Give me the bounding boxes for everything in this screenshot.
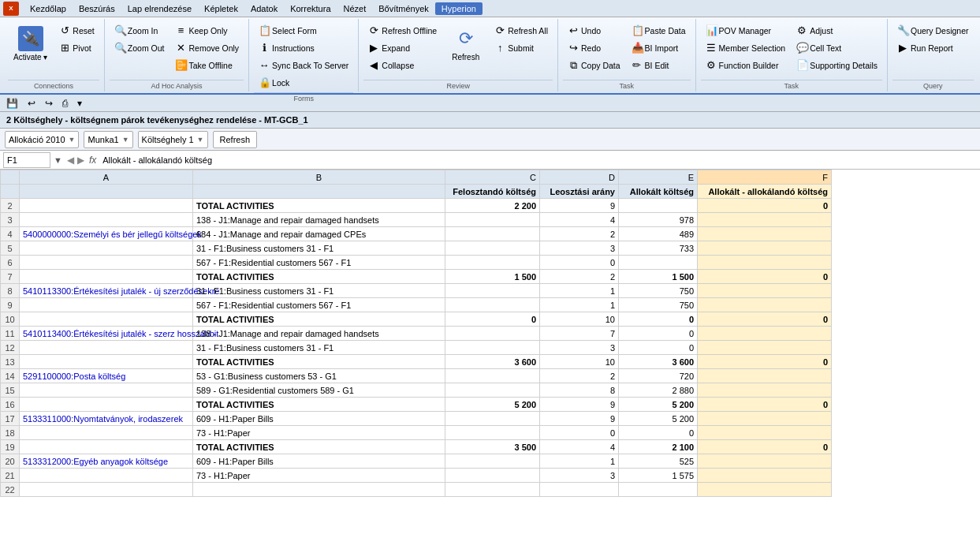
cell-C8[interactable] [445, 284, 540, 298]
cell-C12[interactable] [445, 341, 540, 355]
cell-B22[interactable] [193, 483, 445, 497]
cell-B21[interactable]: 73 - H1:Paper [193, 469, 445, 483]
cell-C1[interactable]: Felosztandó költség [445, 185, 540, 199]
cell-B4[interactable]: 684 - J1:Manage and repair damaged CPEs [193, 227, 445, 241]
cell-F18[interactable] [698, 426, 832, 440]
cell-B8[interactable]: 31 - F1:Business customers 31 - F1 [193, 284, 445, 298]
lock-button[interactable]: 🔒 Lock [254, 74, 353, 91]
cell-D15[interactable]: 8 [540, 383, 619, 398]
col-header-B[interactable]: B [193, 170, 445, 185]
cell-D14[interactable]: 2 [540, 369, 619, 383]
cell-E1[interactable]: Allokált költség [619, 185, 698, 199]
cell-D13[interactable]: 10 [540, 355, 619, 369]
cell-E21[interactable]: 1 575 [619, 469, 698, 483]
cell-B15[interactable]: 589 - G1:Residential customers 589 - G1 [193, 383, 445, 398]
pov-manager-button[interactable]: 📊 POV Manager [701, 22, 791, 39]
cell-A5[interactable] [20, 241, 193, 256]
cell-E8[interactable]: 750 [619, 284, 698, 298]
formula-input[interactable] [99, 155, 977, 165]
cell-A1[interactable] [20, 185, 193, 199]
cell-D22[interactable] [540, 483, 619, 497]
menu-item-hyperion[interactable]: Hyperion [435, 2, 483, 15]
cell-E5[interactable]: 733 [619, 241, 698, 256]
cell-A17[interactable]: 5133311000:Nyomtatványok, irodaszerek [20, 412, 193, 426]
cell-A8[interactable]: 5410113300:Értékesítési jutalék - új sze… [20, 284, 193, 298]
cell-C17[interactable] [445, 412, 540, 426]
activate-button[interactable]: 🔌 Activate ▾ [8, 22, 53, 65]
cell-D17[interactable]: 9 [540, 412, 619, 426]
cell-E12[interactable]: 0 [619, 341, 698, 355]
adjust-button[interactable]: ⚙ Adjust [792, 22, 882, 39]
cell-F1[interactable]: Allokált - allokálandó költség [698, 185, 832, 199]
run-report-button[interactable]: ▶ Run Report [892, 39, 974, 56]
cell-A9[interactable] [20, 298, 193, 312]
cell-A3[interactable] [20, 213, 193, 227]
cell-E14[interactable]: 720 [619, 369, 698, 383]
cell-C18[interactable] [445, 426, 540, 440]
cell-A22[interactable] [20, 483, 193, 497]
param-dropdown-3[interactable]: Költséghely 1 ▼ [138, 131, 208, 148]
cell-F3[interactable] [698, 213, 832, 227]
cell-C21[interactable] [445, 469, 540, 483]
cell-E10[interactable]: 0 [619, 312, 698, 327]
cell-A20[interactable]: 5133312000:Egyéb anyagok költsége [20, 454, 193, 469]
col-header-C[interactable]: C [445, 170, 540, 185]
cell-B19[interactable]: TOTAL ACTIVITIES [193, 440, 445, 454]
pivot-button[interactable]: ⊞ Pivot [54, 39, 99, 56]
cell-E6[interactable] [619, 256, 698, 270]
cell-F21[interactable] [698, 469, 832, 483]
cell-B14[interactable]: 53 - G1:Business customers 53 - G1 [193, 369, 445, 383]
cell-C7[interactable]: 1 500 [445, 270, 540, 284]
cell-B1[interactable] [193, 185, 445, 199]
cell-F16[interactable]: 0 [698, 398, 832, 412]
cell-F19[interactable]: 0 [698, 440, 832, 454]
qt-undo-button[interactable]: ↩ [24, 96, 39, 110]
cell-D3[interactable]: 4 [540, 213, 619, 227]
cell-F15[interactable] [698, 383, 832, 398]
copy-data-button[interactable]: ⧉ Copy Data [563, 57, 625, 74]
cell-text-button[interactable]: 💬 Cell Text [792, 39, 882, 56]
cell-B17[interactable]: 609 - H1:Paper Bills [193, 412, 445, 426]
cell-D19[interactable]: 4 [540, 440, 619, 454]
cell-C22[interactable] [445, 483, 540, 497]
cell-E22[interactable] [619, 483, 698, 497]
cell-E9[interactable]: 750 [619, 298, 698, 312]
cell-F2[interactable]: 0 [698, 199, 832, 213]
undo-button[interactable]: ↩ Undo [563, 22, 625, 39]
cell-A19[interactable] [20, 440, 193, 454]
cell-E3[interactable]: 978 [619, 213, 698, 227]
menu-item-adatok[interactable]: Adatok [244, 2, 284, 15]
cell-A12[interactable] [20, 341, 193, 355]
row-num[interactable] [1, 185, 20, 199]
cell-E2[interactable] [619, 199, 698, 213]
cell-F17[interactable] [698, 412, 832, 426]
cell-B10[interactable]: TOTAL ACTIVITIES [193, 312, 445, 327]
take-offline-button[interactable]: 📴 Take Offline [170, 57, 244, 73]
cell-E15[interactable]: 2 880 [619, 383, 698, 398]
cell-B11[interactable]: 138 - J1:Manage and repair damaged hands… [193, 327, 445, 341]
cell-E11[interactable]: 0 [619, 327, 698, 341]
cell-C20[interactable] [445, 454, 540, 469]
cell-D20[interactable]: 1 [540, 454, 619, 469]
qt-save-button[interactable]: 💾 [3, 96, 21, 110]
cell-C14[interactable] [445, 369, 540, 383]
cell-F10[interactable]: 0 [698, 312, 832, 327]
paste-data-button[interactable]: 📋 Paste Data [627, 22, 691, 39]
col-header-E[interactable]: E [619, 170, 698, 185]
cell-B18[interactable]: 73 - H1:Paper [193, 426, 445, 440]
cell-F9[interactable] [698, 298, 832, 312]
cell-F14[interactable] [698, 369, 832, 383]
cell-B20[interactable]: 609 - H1:Paper Bills [193, 454, 445, 469]
cell-A10[interactable] [20, 312, 193, 327]
cell-B5[interactable]: 31 - F1:Business customers 31 - F1 [193, 241, 445, 256]
cell-D8[interactable]: 1 [540, 284, 619, 298]
cell-D7[interactable]: 2 [540, 270, 619, 284]
cell-B9[interactable]: 567 - F1:Residential customers 567 - F1 [193, 298, 445, 312]
refresh-main-button[interactable]: ⟳ Refresh [446, 22, 485, 65]
remove-only-button[interactable]: ✕ Remove Only [170, 39, 244, 56]
cell-D11[interactable]: 7 [540, 327, 619, 341]
cell-D12[interactable]: 3 [540, 341, 619, 355]
spreadsheet[interactable]: A B C D E F Felosztandó költségLeosztási… [0, 170, 980, 549]
cell-F5[interactable] [698, 241, 832, 256]
param-refresh-button[interactable]: Refresh [213, 131, 258, 148]
